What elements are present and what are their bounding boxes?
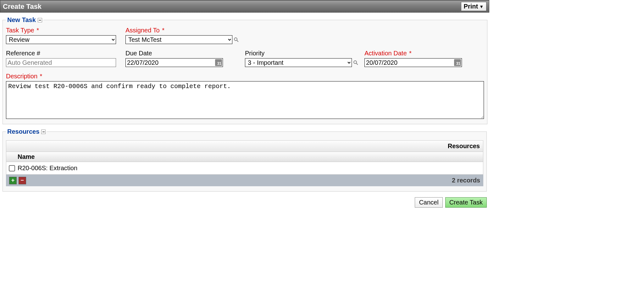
task-type-label: Task Type * xyxy=(6,27,125,34)
due-date-input[interactable] xyxy=(125,58,223,67)
print-button[interactable]: Print ▼ xyxy=(461,2,486,11)
calendar-icon[interactable]: 31 xyxy=(454,59,461,66)
assigned-to-select[interactable]: Test McTest xyxy=(125,35,232,44)
chevron-down-icon: ▼ xyxy=(479,4,484,9)
add-icon[interactable]: + xyxy=(9,177,17,184)
resources-legend: Resources − xyxy=(6,128,47,135)
svg-line-3 xyxy=(356,63,358,65)
records-count: 2 records xyxy=(452,177,480,184)
new-task-legend-text: New Task xyxy=(7,16,36,24)
reference-label: Reference # xyxy=(6,50,125,57)
priority-select[interactable]: 3 - Important xyxy=(245,58,352,67)
column-name: Name xyxy=(18,153,35,160)
priority-label: Priority xyxy=(245,50,364,57)
table-row[interactable]: R20-006S: Extraction xyxy=(6,162,483,175)
new-task-fieldset: New Task − Task Type * Review Assigned T… xyxy=(3,16,487,124)
collapse-icon[interactable]: − xyxy=(38,18,42,22)
collapse-icon[interactable]: − xyxy=(41,130,46,134)
resources-footer: + − 2 records xyxy=(6,175,483,186)
page-header: Create Task Print ▼ xyxy=(0,0,489,13)
resources-title: Resources xyxy=(448,143,480,150)
resources-title-bar: Resources xyxy=(6,140,483,152)
footer-buttons: Cancel Create Task xyxy=(0,194,489,210)
assigned-to-label: Assigned To * xyxy=(125,27,245,34)
new-task-legend: New Task − xyxy=(6,16,43,24)
svg-line-1 xyxy=(237,40,238,42)
search-icon[interactable] xyxy=(353,59,359,66)
print-label: Print xyxy=(464,3,478,10)
description-textarea[interactable]: Review test R20-0006S and confirm ready … xyxy=(6,81,484,119)
svg-point-0 xyxy=(234,38,237,41)
calendar-icon[interactable]: 31 xyxy=(215,59,222,66)
cancel-button[interactable]: Cancel xyxy=(415,197,442,208)
remove-icon[interactable]: − xyxy=(19,177,26,184)
row-checkbox[interactable] xyxy=(9,165,15,171)
search-icon[interactable] xyxy=(233,36,239,43)
activation-date-input[interactable] xyxy=(364,58,462,67)
resources-table-header: Name xyxy=(6,152,483,162)
page-title: Create Task xyxy=(3,3,42,11)
svg-point-2 xyxy=(354,61,357,64)
resources-fieldset: Resources − Resources Name R20-006S: Ext… xyxy=(3,128,487,192)
task-type-select[interactable]: Review xyxy=(6,35,116,44)
row-name: R20-006S: Extraction xyxy=(18,165,77,172)
activation-date-label: Activation Date * xyxy=(364,50,484,57)
resources-legend-text: Resources xyxy=(7,128,39,135)
create-task-button[interactable]: Create Task xyxy=(445,197,487,208)
description-label: Description * xyxy=(6,73,484,80)
reference-input xyxy=(6,58,116,67)
due-date-label: Due Date xyxy=(125,50,245,57)
